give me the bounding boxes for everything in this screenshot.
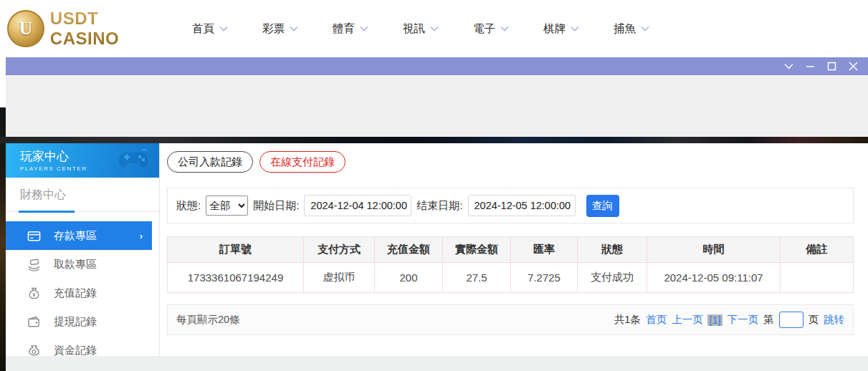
sidebar-item-withdraw[interactable]: 取款專區 (6, 250, 159, 279)
nav-label: 棋牌 (543, 21, 566, 37)
status-label: 狀態: (176, 199, 201, 213)
background-image-strip (0, 137, 868, 143)
sidebar-menu: 存款專區 › 取款專區 充值記錄 提現記錄 資金記錄 (6, 221, 159, 356)
tab-company-deposit-record[interactable]: 公司入款記錄 (167, 151, 253, 173)
sidebar-item-label: 存款專區 (54, 229, 97, 243)
jump-prefix: 第 (763, 313, 774, 327)
first-page-link[interactable]: 首页 (646, 313, 667, 327)
nav-item-cards[interactable]: 棋牌 (543, 21, 579, 37)
col-time: 時間 (647, 237, 781, 263)
nav-label: 體育 (333, 21, 355, 37)
nav-item-slots[interactable]: 電子 (473, 21, 509, 37)
nav-label: 視訊 (403, 21, 425, 37)
window-empty-area (6, 75, 868, 137)
pagination-bar: 每頁顯示20條 共1条 首页 上一页 [1] 下一页 第 页 跳转 (167, 304, 854, 335)
current-page: [1] (707, 314, 722, 326)
chevron-down-icon (219, 26, 228, 32)
logo-text: USDT CASINO (50, 9, 172, 49)
logo[interactable]: U USDT CASINO (7, 9, 172, 49)
main-nav: 首頁 彩票 體育 視訊 電子 棋牌 捕魚 (192, 21, 649, 37)
start-date-label: 開始日期: (253, 199, 299, 213)
chevron-down-icon (290, 26, 298, 32)
cell-recharge-amount: 200 (375, 263, 443, 293)
col-actual-amount: 實際金額 (443, 237, 511, 263)
nav-label: 首頁 (192, 21, 214, 37)
nav-item-home[interactable]: 首頁 (192, 21, 228, 37)
end-date-input[interactable] (468, 195, 576, 216)
page-jump-input[interactable] (779, 312, 803, 328)
cell-payment-method: 虚拟币 (304, 263, 375, 293)
sidebar-item-recharge-record[interactable]: 充值記錄 (6, 279, 159, 307)
page-background-edge (0, 107, 6, 371)
wallet-icon (27, 315, 41, 329)
chevron-down-icon (571, 26, 579, 32)
pager: 共1条 首页 上一页 [1] 下一页 第 页 跳转 (614, 312, 844, 328)
col-exchange-rate: 匯率 (511, 237, 578, 263)
next-page-link[interactable]: 下一页 (728, 313, 759, 327)
sidebar-item-label: 資金記錄 (54, 344, 97, 357)
section-divider (6, 211, 159, 213)
chevron-down-icon (360, 26, 368, 32)
finance-section-header: 財務中心 (6, 178, 159, 203)
chevron-down-icon (641, 26, 649, 32)
sidebar: 玩家中心 PLAYERS CENTER 財務中心 存款專區 › 取款專區 (6, 143, 159, 356)
table-header-row: 訂單號 支付方式 充值金額 實際金額 匯率 狀態 時間 備註 (168, 237, 854, 263)
minimize-icon[interactable] (806, 62, 815, 71)
cell-order-number: 1733361067194249 (168, 263, 304, 293)
sidebar-item-deposit[interactable]: 存款專區 › (6, 221, 152, 250)
nav-item-lottery[interactable]: 彩票 (262, 21, 298, 37)
nav-item-live[interactable]: 視訊 (403, 21, 439, 37)
chevron-down-icon (500, 26, 509, 32)
col-order-number: 訂單號 (168, 237, 304, 263)
maximize-icon[interactable] (827, 62, 836, 71)
logo-coin-icon: U (7, 10, 44, 47)
funds-bag-icon (27, 344, 41, 357)
tab-online-payment-record[interactable]: 在線支付記錄 (259, 151, 345, 173)
player-center-panel: 玩家中心 PLAYERS CENTER 財務中心 存款專區 › 取款專區 (6, 143, 868, 356)
nav-item-sports[interactable]: 體育 (333, 21, 368, 37)
hand-money-icon (27, 258, 41, 271)
col-payment-method: 支付方式 (304, 237, 375, 263)
sidebar-item-withdrawal-record[interactable]: 提現記錄 (6, 307, 159, 336)
sidebar-header: 玩家中心 PLAYERS CENTER (6, 143, 159, 178)
end-date-label: 结束日期: (416, 199, 462, 213)
page-footer-strip (6, 356, 868, 371)
window-titlebar (6, 57, 868, 75)
nav-label: 電子 (473, 21, 495, 37)
submenu-arrow-icon: › (140, 231, 143, 241)
per-page-text: 每頁顯示20條 (176, 313, 240, 327)
finance-section-title: 財務中心 (20, 188, 159, 203)
status-select[interactable]: 全部 (206, 196, 248, 216)
gamepad-icon (118, 148, 149, 171)
nav-label: 捕魚 (614, 21, 636, 37)
nav-item-fishing[interactable]: 捕魚 (614, 21, 649, 37)
start-date-input[interactable] (304, 195, 411, 216)
payment-records-table: 訂單號 支付方式 充值金額 實際金額 匯率 狀態 時間 備註 173336106… (167, 236, 854, 293)
sidebar-item-label: 充值記錄 (54, 286, 97, 300)
nav-label: 彩票 (262, 21, 285, 37)
tab-label: 在線支付記錄 (270, 155, 335, 169)
total-count: 共1条 (614, 313, 641, 327)
cell-time: 2024-12-05 09:11:07 (647, 263, 781, 293)
cell-remark (781, 263, 854, 293)
jump-suffix: 页 (809, 313, 819, 327)
logo-initial: U (19, 18, 33, 39)
search-button[interactable]: 查詢 (586, 195, 619, 217)
tab-label: 公司入款記錄 (178, 155, 242, 169)
prev-page-link[interactable]: 上一页 (672, 313, 703, 327)
sidebar-item-funds-record[interactable]: 資金記錄 (6, 336, 159, 356)
sidebar-item-label: 提現記錄 (54, 315, 97, 329)
money-bag-icon (27, 286, 41, 300)
col-recharge-amount: 充值金額 (375, 237, 443, 263)
cell-actual-amount: 27.5 (443, 263, 511, 293)
jump-button[interactable]: 跳转 (824, 313, 844, 327)
window-collapse-icon[interactable] (784, 62, 793, 71)
col-remark: 備註 (781, 237, 854, 263)
sidebar-item-label: 取款專區 (54, 258, 97, 271)
col-status: 狀態 (578, 237, 647, 263)
bank-card-icon (27, 229, 41, 243)
main-panel: 公司入款記錄 在線支付記錄 狀態: 全部 開始日期: 结束日期: 查詢 (159, 143, 868, 356)
close-icon[interactable] (849, 62, 858, 71)
filter-bar: 狀態: 全部 開始日期: 结束日期: 查詢 (167, 188, 854, 223)
record-tabs: 公司入款記錄 在線支付記錄 (167, 151, 868, 173)
